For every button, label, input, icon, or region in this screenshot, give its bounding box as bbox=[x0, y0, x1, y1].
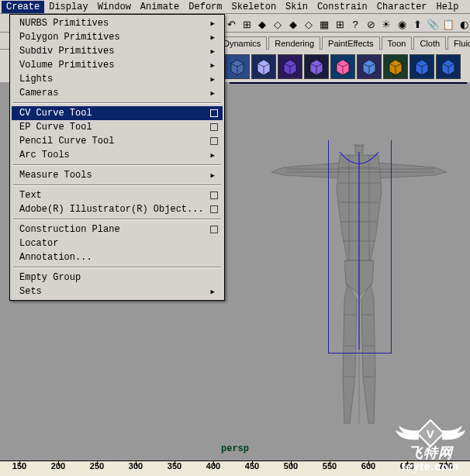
tool-icon[interactable]: ◐ bbox=[458, 18, 470, 30]
tool-icon[interactable]: ◇ bbox=[302, 18, 315, 30]
menuitem-ep-curve-tool[interactable]: EP Curve Tool bbox=[12, 120, 223, 134]
shelf-tab-painteffects[interactable]: PaintEffects bbox=[322, 36, 380, 50]
menuitem-locator[interactable]: Locator bbox=[12, 236, 223, 250]
menuitem-label: Construction Plane bbox=[19, 224, 210, 235]
menu-character[interactable]: Character bbox=[372, 1, 432, 13]
tool-icon[interactable]: ⊞ bbox=[333, 18, 346, 30]
tool-icon[interactable]: 📋 bbox=[442, 18, 454, 30]
menuitem-label: NURBS Primitives bbox=[19, 18, 211, 29]
shelf-tab-toon[interactable]: Toon bbox=[382, 36, 413, 50]
ruler-tick: 650 bbox=[388, 461, 427, 476]
menu-separator bbox=[13, 185, 221, 186]
menuitem-label: Adobe(R) Illustrator(R) Object... bbox=[19, 204, 210, 215]
tool-icon[interactable]: 📎 bbox=[427, 18, 439, 30]
ruler-tick: 500 bbox=[271, 461, 310, 476]
submenu-arrow-icon: ▶ bbox=[211, 47, 218, 56]
options-box-icon[interactable] bbox=[210, 205, 218, 213]
ruler-tick: 450 bbox=[233, 461, 271, 476]
menuitem-label: Volume Primitives bbox=[19, 60, 211, 71]
menu-skeleton[interactable]: Skeleton bbox=[227, 1, 282, 13]
menu-deform[interactable]: Deform bbox=[184, 1, 226, 13]
menuitem-polygon-primitives[interactable]: Polygon Primitives▶ bbox=[12, 30, 223, 44]
submenu-arrow-icon: ▶ bbox=[211, 61, 218, 70]
menuitem-sets[interactable]: Sets▶ bbox=[12, 285, 223, 298]
menuitem-label: Pencil Curve Tool bbox=[19, 136, 210, 147]
menu-display[interactable]: Display bbox=[44, 1, 92, 13]
camera-label: persp bbox=[221, 443, 249, 454]
menuitem-lights[interactable]: Lights▶ bbox=[12, 72, 223, 86]
submenu-arrow-icon: ▶ bbox=[211, 75, 218, 84]
shelf-button[interactable] bbox=[304, 54, 329, 79]
submenu-arrow-icon: ▶ bbox=[211, 288, 218, 296]
shelf-button[interactable] bbox=[357, 54, 382, 79]
options-box-icon[interactable] bbox=[210, 109, 218, 117]
menu-create[interactable]: Create bbox=[2, 1, 44, 13]
submenu-arrow-icon: ▶ bbox=[211, 171, 218, 180]
tool-icon[interactable]: ↶ bbox=[225, 18, 237, 30]
menuitem-measure-tools[interactable]: Measure Tools▶ bbox=[12, 168, 223, 182]
character-mesh bbox=[248, 144, 465, 439]
menu-skin[interactable]: Skin bbox=[281, 1, 313, 13]
options-box-icon[interactable] bbox=[210, 123, 218, 131]
menu-separator bbox=[13, 102, 221, 104]
menuitem-cv-curve-tool[interactable]: CV Curve Tool bbox=[12, 106, 223, 120]
menuitem-pencil-curve-tool[interactable]: Pencil Curve Tool bbox=[12, 134, 223, 148]
submenu-arrow-icon: ▶ bbox=[211, 19, 218, 28]
menu-separator bbox=[13, 164, 221, 166]
menuitem-cameras[interactable]: Cameras▶ bbox=[12, 86, 223, 100]
menuitem-arc-tools[interactable]: Arc Tools▶ bbox=[12, 148, 223, 162]
menuitem-label: Polygon Primitives bbox=[19, 32, 211, 43]
shelf-button[interactable] bbox=[251, 54, 276, 79]
ruler-tick: 600 bbox=[349, 461, 388, 476]
tool-icon[interactable]: ⬆ bbox=[411, 18, 423, 30]
options-box-icon[interactable] bbox=[210, 191, 218, 199]
menuitem-annotation[interactable]: Annotation... bbox=[12, 250, 223, 264]
menuitem-label: Text bbox=[19, 190, 210, 201]
ruler-tick: 200 bbox=[39, 461, 78, 476]
garment-outline bbox=[328, 140, 392, 354]
options-box-icon[interactable] bbox=[210, 137, 218, 145]
menuitem-label: Measure Tools bbox=[19, 170, 211, 181]
shelf-button[interactable] bbox=[225, 54, 250, 79]
shelf-tab-fluid[interactable]: Fluid bbox=[448, 36, 470, 50]
tool-icon[interactable]: ▦ bbox=[318, 18, 330, 30]
shelf-button[interactable] bbox=[410, 54, 434, 79]
shelf-button[interactable] bbox=[330, 54, 355, 79]
menuitem-nurbs-primitives[interactable]: NURBS Primitives▶ bbox=[12, 16, 223, 30]
shelf-button[interactable] bbox=[278, 54, 302, 79]
tool-icon[interactable]: ⊞ bbox=[240, 18, 253, 30]
menu-animate[interactable]: Animate bbox=[136, 1, 184, 13]
menuitem-construction-plane[interactable]: Construction Plane bbox=[12, 222, 223, 236]
menuitem-adobe-r-illustrator-r-object[interactable]: Adobe(R) Illustrator(R) Object... bbox=[12, 202, 223, 216]
menuitem-label: Subdiv Primitives bbox=[19, 46, 211, 57]
menuitem-subdiv-primitives[interactable]: Subdiv Primitives▶ bbox=[12, 44, 223, 58]
tool-icon[interactable]: ◉ bbox=[396, 18, 408, 30]
ruler-tick: 150 bbox=[0, 461, 39, 476]
menu-help[interactable]: Help bbox=[432, 1, 464, 13]
menuitem-empty-group[interactable]: Empty Group bbox=[12, 271, 223, 285]
menuitem-label: Arc Tools bbox=[19, 150, 211, 160]
menuitem-label: EP Curve Tool bbox=[19, 122, 210, 133]
tool-icon[interactable]: ◆ bbox=[256, 18, 268, 30]
submenu-arrow-icon: ▶ bbox=[211, 33, 218, 42]
options-box-icon[interactable] bbox=[210, 226, 218, 233]
ruler-tick: 350 bbox=[155, 461, 194, 476]
tool-icon[interactable]: ? bbox=[349, 18, 361, 30]
shelf-button[interactable] bbox=[436, 54, 461, 79]
tool-icon[interactable]: ☀ bbox=[380, 18, 392, 30]
menuitem-volume-primitives[interactable]: Volume Primitives▶ bbox=[12, 58, 223, 72]
tool-icon[interactable]: ⊘ bbox=[365, 18, 377, 30]
menuitem-text[interactable]: Text bbox=[12, 188, 223, 202]
ruler-tick: 550 bbox=[310, 461, 349, 476]
menu-window[interactable]: Window bbox=[93, 1, 136, 13]
shelf-button[interactable] bbox=[383, 54, 408, 79]
shelf-tab-cloth[interactable]: Cloth bbox=[413, 36, 446, 50]
menuitem-label: Empty Group bbox=[19, 272, 218, 283]
tool-icon[interactable]: ◇ bbox=[271, 18, 284, 30]
menuitem-label: Locator bbox=[19, 238, 218, 249]
menuitem-label: Annotation... bbox=[19, 252, 218, 263]
menuitem-label: Sets bbox=[19, 286, 211, 297]
menu-constrain[interactable]: Constrain bbox=[313, 1, 372, 13]
tool-icon[interactable]: ◆ bbox=[287, 18, 299, 30]
shelf-tab-rendering[interactable]: Rendering bbox=[268, 36, 320, 50]
